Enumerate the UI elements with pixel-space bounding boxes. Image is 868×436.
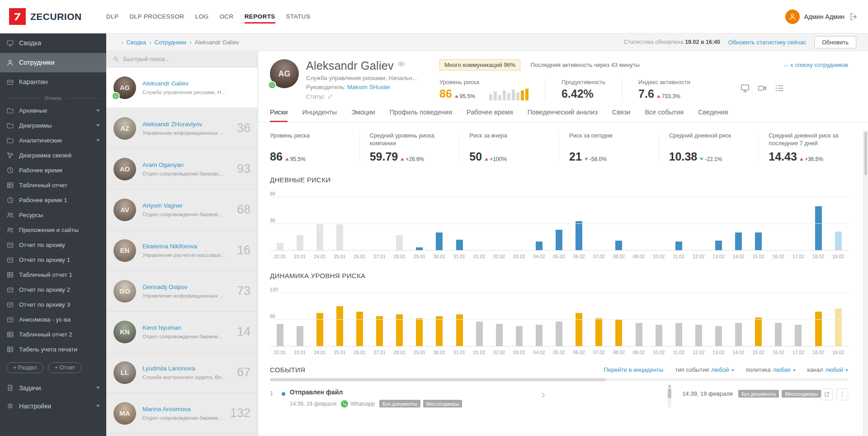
bar[interactable] [576, 221, 582, 250]
sidebar-report-item[interactable]: Анисимова - ус-ва [0, 312, 106, 327]
brand-logo[interactable]: ZECURION [0, 8, 106, 25]
employee-row[interactable]: LL Lyudmila Larionova Служба внутреннего… [106, 352, 258, 393]
sidebar-report-item[interactable]: Ресурсы [0, 208, 106, 223]
open-event-button[interactable] [821, 389, 833, 400]
sidebar-report-item[interactable]: Приложения и сайты [0, 223, 106, 237]
bar[interactable] [715, 241, 722, 250]
breadcrumb-item[interactable]: Aleksandr Galiev [186, 39, 239, 46]
sidebar-item[interactable]: Карантин [0, 72, 106, 92]
top-nav-item[interactable]: DLP PROCESSOR [129, 13, 184, 20]
top-nav-item[interactable]: LOG [195, 13, 209, 20]
sidebar-report-item[interactable]: Табель учета печати [0, 342, 106, 357]
bar[interactable] [755, 232, 762, 250]
event-filter-dropdown[interactable]: политика любая [746, 366, 796, 373]
sidebar-report-item[interactable]: Табличный отчет 2 [0, 327, 106, 342]
bar[interactable] [316, 224, 323, 250]
sidebar-report-item[interactable]: Диаграммы [0, 118, 106, 133]
tab[interactable]: Связи [612, 105, 631, 122]
tab[interactable]: Все события [645, 105, 684, 122]
bar[interactable] [835, 232, 842, 250]
bar[interactable] [675, 323, 682, 346]
employee-row[interactable]: AO Aram Oganyan Отдел сопровождения банк… [106, 149, 258, 190]
top-nav-item[interactable]: STATUS [286, 13, 311, 20]
sidebar-item[interactable]: Настройки [0, 397, 106, 415]
eye-icon[interactable] [397, 60, 405, 68]
employee-name[interactable]: Aleksandr Galiev [142, 80, 244, 87]
search-input[interactable] [123, 56, 251, 62]
bar[interactable] [775, 323, 782, 346]
back-to-list-link[interactable]: ← к списку сотрудников [783, 62, 848, 68]
scrollbar-thumb[interactable] [668, 389, 671, 398]
monitor-icon[interactable] [740, 83, 750, 93]
bar[interactable] [376, 316, 383, 346]
bar[interactable] [536, 242, 542, 250]
top-nav-item[interactable]: REPORTS [245, 13, 275, 20]
pencil-icon[interactable] [327, 94, 333, 100]
bar[interactable] [297, 326, 303, 346]
scrollbar-thumb[interactable] [270, 378, 605, 381]
breadcrumb-item[interactable]: Сводка [118, 39, 146, 46]
bar[interactable] [656, 325, 662, 346]
top-nav-item[interactable]: OCR [219, 13, 233, 20]
sidebar-add-button[interactable]: + Раздел [6, 362, 43, 373]
employee-row[interactable]: EN Ekaterina Nikiforova Управление расче… [106, 230, 258, 271]
sidebar-item[interactable]: Сотрудники [0, 53, 106, 72]
sidebar-item[interactable]: Сводка [0, 33, 106, 53]
go-to-incidents-link[interactable]: Перейти в инциденты [604, 366, 663, 373]
expand-chevron-icon[interactable] [541, 389, 546, 401]
kebab-menu-button[interactable] [836, 389, 848, 400]
sidebar-report-item[interactable]: Рабочее время [0, 163, 106, 178]
refresh-button[interactable]: Обновить [814, 36, 856, 48]
bar[interactable] [436, 232, 443, 250]
employee-name[interactable]: Aleksandr ZHuravlyov [142, 121, 231, 128]
tab[interactable]: Инциденты [302, 105, 336, 122]
bar[interactable] [595, 318, 602, 346]
sidebar-report-item[interactable]: Табличный отчет [0, 178, 106, 193]
bar[interactable] [636, 323, 642, 346]
bar[interactable] [396, 235, 403, 250]
bar[interactable] [576, 313, 582, 346]
sidebar-report-item[interactable]: Рабочее время 1 [0, 193, 106, 208]
tab[interactable]: Риски [270, 105, 288, 122]
employee-name[interactable]: Kerol Nyuman [142, 324, 231, 331]
sidebar-report-item[interactable]: Отчет по архиву 3 [0, 297, 106, 312]
top-nav-item[interactable]: DLP [106, 13, 118, 20]
bar[interactable] [456, 240, 463, 250]
activity-log-icon[interactable] [774, 83, 784, 93]
employee-name[interactable]: Marina Anisimova [142, 406, 224, 412]
employee-name[interactable]: Aram Oganyan [142, 161, 231, 168]
bar[interactable] [795, 325, 802, 346]
bar[interactable] [815, 312, 822, 346]
bar[interactable] [735, 232, 742, 250]
bar[interactable] [436, 316, 443, 346]
bar[interactable] [416, 247, 423, 250]
bar[interactable] [735, 323, 742, 346]
employee-search[interactable] [106, 51, 258, 67]
bar[interactable] [336, 306, 343, 346]
horizontal-scrollbar[interactable] [270, 378, 848, 381]
tab[interactable]: Поведенческий анализ [528, 105, 598, 122]
status-row[interactable]: Статус [306, 93, 417, 100]
bar[interactable] [277, 324, 283, 346]
bar[interactable] [815, 206, 822, 251]
sidebar-report-item[interactable]: Отчет по архиву [0, 237, 106, 252]
employee-row[interactable]: KN Kerol Nyuman Отдел сопровождения бирж… [106, 312, 258, 352]
sidebar-report-item[interactable]: Отчет по архиву 1 [0, 252, 106, 267]
tab[interactable]: Сведения [698, 105, 728, 122]
logout-icon[interactable] [849, 12, 858, 21]
sidebar-report-item[interactable]: Диаграмма связей [0, 148, 106, 163]
breadcrumb-item[interactable]: Сотрудники [146, 39, 186, 46]
bar[interactable] [536, 325, 542, 346]
bar[interactable] [675, 242, 682, 250]
employee-name[interactable]: Artyom Vagner [142, 202, 231, 209]
bar[interactable] [556, 322, 562, 346]
bar[interactable] [715, 326, 722, 346]
bar[interactable] [476, 322, 483, 346]
camera-icon[interactable] [757, 83, 767, 93]
events-scrollbar[interactable] [668, 384, 671, 408]
employee-row[interactable]: MA Marina Anisimova Отдел сопровождения … [106, 393, 258, 434]
bar[interactable] [356, 312, 363, 346]
sidebar-report-item[interactable]: Аналитические [0, 133, 106, 148]
sidebar-report-item[interactable]: Отчет по архиву 2 [0, 282, 106, 297]
event-row[interactable]: 1 Отправлен файл 14:39, 19 февраля Whats… [270, 384, 668, 412]
